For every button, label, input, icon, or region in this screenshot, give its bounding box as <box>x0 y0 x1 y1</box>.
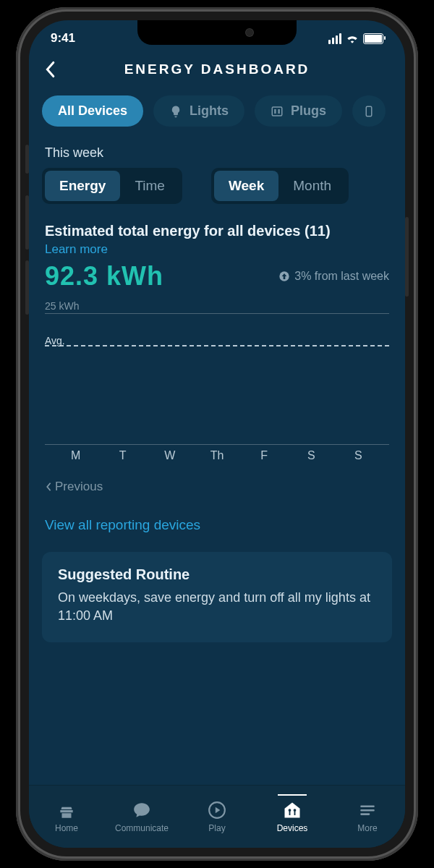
learn-more-link[interactable]: Learn more <box>45 242 389 257</box>
tab-label: Plugs <box>291 103 326 119</box>
card-title: Suggested Routine <box>58 566 376 583</box>
nav-label: Home <box>55 823 78 833</box>
nav-label: More <box>357 823 377 833</box>
wifi-icon <box>346 33 359 43</box>
period-label: This week <box>29 127 405 168</box>
chart-xlabel: F <box>241 449 288 462</box>
chart-ytick: 25 kWh <box>45 300 389 312</box>
battery-icon <box>363 33 383 44</box>
chart-xlabel: W <box>146 449 193 462</box>
nav-more[interactable]: More <box>330 786 405 848</box>
svg-rect-11 <box>360 809 375 812</box>
nav-label: Devices <box>277 823 308 833</box>
svg-rect-12 <box>360 813 370 815</box>
suggested-routine-card[interactable]: Suggested Routine On weekdays, save ener… <box>42 552 392 642</box>
energy-delta: 3% from last week <box>278 270 389 283</box>
chart-xlabel: M <box>52 449 99 462</box>
range-week[interactable]: Week <box>214 171 278 201</box>
svg-rect-0 <box>272 107 282 116</box>
chart-xlabel: T <box>99 449 146 462</box>
more-icon <box>357 800 378 820</box>
chart-xlabel: S <box>335 449 382 462</box>
chart-xlabel: Th <box>193 449 240 462</box>
energy-chart: 25 kWh Avg. MTWThFSS <box>29 292 405 465</box>
nav-devices[interactable]: Devices <box>255 786 330 848</box>
svg-rect-3 <box>366 106 372 116</box>
previous-link[interactable]: Previous <box>29 465 405 509</box>
tab-other-device[interactable] <box>352 95 386 127</box>
previous-label: Previous <box>55 480 103 494</box>
arrow-up-icon <box>278 271 290 282</box>
range-month[interactable]: Month <box>278 171 346 201</box>
play-icon <box>207 800 227 820</box>
device-category-tabs: All Devices Lights Plugs <box>29 91 405 127</box>
chat-icon <box>132 800 152 820</box>
energy-value: 92.3 kWh <box>45 261 163 292</box>
nav-home[interactable]: Home <box>29 786 104 848</box>
bottom-nav: Home Communicate Play Devices More <box>29 785 405 848</box>
tab-label: All Devices <box>58 103 127 119</box>
chevron-left-icon <box>45 482 52 492</box>
tab-plugs[interactable]: Plugs <box>255 95 342 127</box>
nav-play[interactable]: Play <box>179 786 255 848</box>
chart-xlabel: S <box>288 449 335 462</box>
nav-label: Communicate <box>115 823 169 833</box>
back-button[interactable] <box>43 61 61 78</box>
svg-rect-1 <box>274 109 276 114</box>
home-icon <box>56 800 77 820</box>
svg-rect-10 <box>360 806 375 808</box>
phone-icon <box>362 105 375 118</box>
range-toggle: Week Month <box>211 168 349 204</box>
tab-lights[interactable]: Lights <box>153 95 244 127</box>
metric-energy[interactable]: Energy <box>45 171 120 201</box>
view-all-link[interactable]: View all reporting devices <box>29 509 405 552</box>
metric-time[interactable]: Time <box>120 171 179 201</box>
plug-icon <box>271 105 284 118</box>
card-body: On weekdays, save energy and turn off al… <box>58 589 376 625</box>
metric-toggle: Energy Time <box>42 168 182 204</box>
signal-icon <box>328 33 341 44</box>
nav-label: Play <box>208 823 225 833</box>
app-header: ENERGY DASHBOARD <box>29 56 405 91</box>
tab-all-devices[interactable]: All Devices <box>42 95 143 127</box>
nav-communicate[interactable]: Communicate <box>104 786 179 848</box>
svg-rect-8 <box>289 810 291 815</box>
page-title: ENERGY DASHBOARD <box>61 61 373 77</box>
svg-rect-2 <box>278 109 280 114</box>
status-time: 9:41 <box>51 31 75 46</box>
devices-icon <box>282 800 302 820</box>
delta-text: 3% from last week <box>294 270 389 283</box>
bulb-icon <box>169 105 182 118</box>
estimate-heading: Estimated total energy for all devices (… <box>45 223 389 239</box>
tab-label: Lights <box>190 103 229 119</box>
svg-rect-9 <box>294 810 296 815</box>
